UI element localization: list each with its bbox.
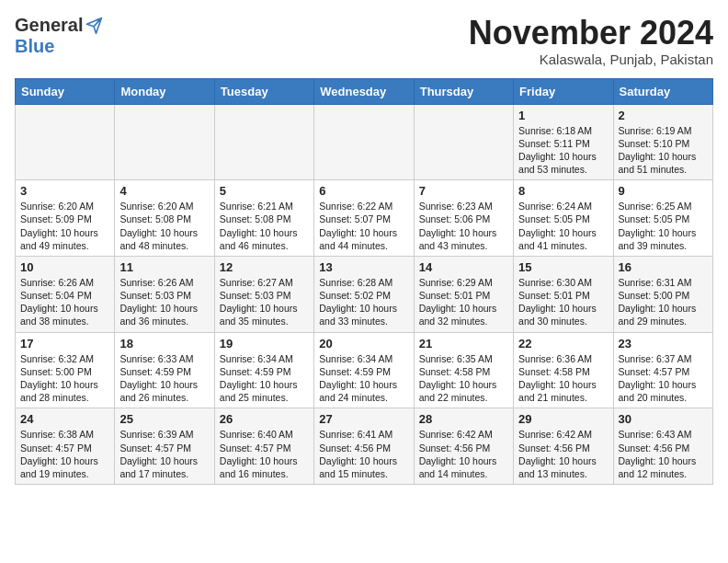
day-info: Daylight: 10 hours and 36 minutes. <box>119 302 209 327</box>
day-info: Daylight: 10 hours and 43 minutes. <box>419 226 508 252</box>
day-info: Daylight: 10 hours and 44 minutes. <box>319 226 408 252</box>
calendar-cell <box>314 104 414 180</box>
day-info: Sunset: 4:58 PM <box>419 365 508 378</box>
calendar-cell: 19Sunrise: 6:34 AMSunset: 4:59 PMDayligh… <box>214 332 313 408</box>
day-number: 4 <box>119 184 209 198</box>
day-info: Sunset: 5:04 PM <box>20 289 109 302</box>
day-info: Daylight: 10 hours and 46 minutes. <box>220 226 309 252</box>
day-info: Sunset: 4:59 PM <box>119 365 209 378</box>
day-header-wednesday: Wednesday <box>314 78 414 104</box>
calendar-week-row: 10Sunrise: 6:26 AMSunset: 5:04 PMDayligh… <box>16 256 713 332</box>
day-info: Daylight: 10 hours and 29 minutes. <box>619 302 708 327</box>
day-info: Daylight: 10 hours and 33 minutes. <box>319 302 408 327</box>
day-info: Sunset: 4:56 PM <box>619 442 708 454</box>
calendar-cell: 21Sunrise: 6:35 AMSunset: 4:58 PMDayligh… <box>414 332 513 408</box>
day-info: Sunrise: 6:19 AM <box>619 124 708 137</box>
calendar-table: SundayMondayTuesdayWednesdayThursdayFrid… <box>15 78 713 485</box>
day-info: Daylight: 10 hours and 25 minutes. <box>220 378 309 404</box>
calendar-cell: 30Sunrise: 6:43 AMSunset: 4:56 PMDayligh… <box>613 408 712 485</box>
calendar-cell: 22Sunrise: 6:36 AMSunset: 4:58 PMDayligh… <box>514 332 613 408</box>
day-info: Sunrise: 6:42 AM <box>518 428 608 441</box>
day-number: 6 <box>319 184 408 198</box>
calendar-cell: 29Sunrise: 6:42 AMSunset: 4:56 PMDayligh… <box>514 408 613 485</box>
day-number: 27 <box>319 412 408 426</box>
calendar-cell <box>16 104 115 180</box>
day-number: 12 <box>220 260 309 274</box>
day-info: Sunset: 4:59 PM <box>319 365 408 378</box>
month-title: November 2024 <box>469 15 713 52</box>
calendar-cell: 13Sunrise: 6:28 AMSunset: 5:02 PMDayligh… <box>314 256 414 332</box>
day-info: Sunset: 5:05 PM <box>518 213 608 225</box>
day-info: Sunset: 5:01 PM <box>518 289 608 302</box>
day-info: Sunrise: 6:26 AM <box>20 276 109 289</box>
day-info: Sunset: 4:56 PM <box>518 442 608 454</box>
calendar-cell: 20Sunrise: 6:34 AMSunset: 4:59 PMDayligh… <box>314 332 414 408</box>
day-info: Daylight: 10 hours and 19 minutes. <box>20 454 109 480</box>
calendar-cell: 9Sunrise: 6:25 AMSunset: 5:05 PMDaylight… <box>613 180 712 257</box>
day-info: Sunset: 5:08 PM <box>119 213 209 225</box>
day-info: Sunset: 4:58 PM <box>518 365 608 378</box>
day-info: Sunrise: 6:33 AM <box>119 352 209 365</box>
location-text: Kalaswala, Punjab, Pakistan <box>469 52 713 67</box>
day-info: Sunrise: 6:30 AM <box>518 276 608 289</box>
calendar-cell: 7Sunrise: 6:23 AMSunset: 5:06 PMDaylight… <box>414 180 513 257</box>
day-info: Sunrise: 6:43 AM <box>619 428 708 441</box>
day-info: Sunrise: 6:41 AM <box>319 428 408 441</box>
day-info: Sunrise: 6:34 AM <box>220 352 309 365</box>
day-number: 24 <box>20 412 109 426</box>
day-info: Sunrise: 6:42 AM <box>419 428 508 441</box>
day-info: Sunset: 5:02 PM <box>319 289 408 302</box>
day-info: Sunset: 5:10 PM <box>619 137 708 150</box>
day-number: 20 <box>319 337 408 350</box>
title-section: November 2024 Kalaswala, Punjab, Pakista… <box>469 15 713 67</box>
day-number: 8 <box>518 184 608 198</box>
day-info: Sunrise: 6:20 AM <box>119 200 209 213</box>
day-info: Sunrise: 6:29 AM <box>419 276 508 289</box>
calendar-cell: 2Sunrise: 6:19 AMSunset: 5:10 PMDaylight… <box>613 104 712 180</box>
day-number: 16 <box>619 260 708 274</box>
day-info: Sunset: 5:07 PM <box>319 213 408 225</box>
day-info: Sunrise: 6:34 AM <box>319 352 408 365</box>
day-info: Sunset: 4:57 PM <box>119 442 209 454</box>
calendar-cell: 26Sunrise: 6:40 AMSunset: 4:57 PMDayligh… <box>214 408 313 485</box>
calendar-header-row: SundayMondayTuesdayWednesdayThursdayFrid… <box>16 78 713 104</box>
day-number: 10 <box>20 260 109 274</box>
day-info: Sunset: 4:59 PM <box>220 365 309 378</box>
day-info: Daylight: 10 hours and 14 minutes. <box>419 454 508 480</box>
day-info: Daylight: 10 hours and 48 minutes. <box>119 226 209 252</box>
day-info: Daylight: 10 hours and 12 minutes. <box>619 454 708 480</box>
day-info: Sunrise: 6:20 AM <box>20 200 109 213</box>
day-info: Sunset: 4:57 PM <box>220 442 309 454</box>
day-info: Sunset: 5:11 PM <box>518 137 608 150</box>
logo: General Blue <box>15 15 103 57</box>
day-info: Sunrise: 6:38 AM <box>20 428 109 441</box>
day-number: 28 <box>419 412 508 426</box>
day-info: Sunrise: 6:23 AM <box>419 200 508 213</box>
calendar-cell: 6Sunrise: 6:22 AMSunset: 5:07 PMDaylight… <box>314 180 414 257</box>
day-info: Daylight: 10 hours and 17 minutes. <box>119 454 209 480</box>
day-number: 7 <box>419 184 508 198</box>
day-number: 19 <box>220 337 309 350</box>
day-info: Sunset: 5:05 PM <box>619 213 708 225</box>
day-number: 3 <box>20 184 109 198</box>
calendar-cell: 10Sunrise: 6:26 AMSunset: 5:04 PMDayligh… <box>16 256 115 332</box>
day-info: Daylight: 10 hours and 22 minutes. <box>419 378 508 404</box>
day-info: Sunrise: 6:25 AM <box>619 200 708 213</box>
day-info: Daylight: 10 hours and 39 minutes. <box>619 226 708 252</box>
day-header-sunday: Sunday <box>16 78 115 104</box>
day-info: Sunrise: 6:40 AM <box>220 428 309 441</box>
day-number: 15 <box>518 260 608 274</box>
day-info: Daylight: 10 hours and 49 minutes. <box>20 226 109 252</box>
calendar-cell: 1Sunrise: 6:18 AMSunset: 5:11 PMDaylight… <box>514 104 613 180</box>
calendar-cell: 16Sunrise: 6:31 AMSunset: 5:00 PMDayligh… <box>613 256 712 332</box>
day-number: 25 <box>119 412 209 426</box>
day-header-thursday: Thursday <box>414 78 513 104</box>
day-info: Sunrise: 6:36 AM <box>518 352 608 365</box>
calendar-cell: 11Sunrise: 6:26 AMSunset: 5:03 PMDayligh… <box>115 256 214 332</box>
calendar-week-row: 1Sunrise: 6:18 AMSunset: 5:11 PMDaylight… <box>16 104 713 180</box>
day-info: Sunset: 5:01 PM <box>419 289 508 302</box>
day-number: 14 <box>419 260 508 274</box>
day-header-friday: Friday <box>514 78 613 104</box>
calendar-cell: 15Sunrise: 6:30 AMSunset: 5:01 PMDayligh… <box>514 256 613 332</box>
day-info: Sunrise: 6:31 AM <box>619 276 708 289</box>
